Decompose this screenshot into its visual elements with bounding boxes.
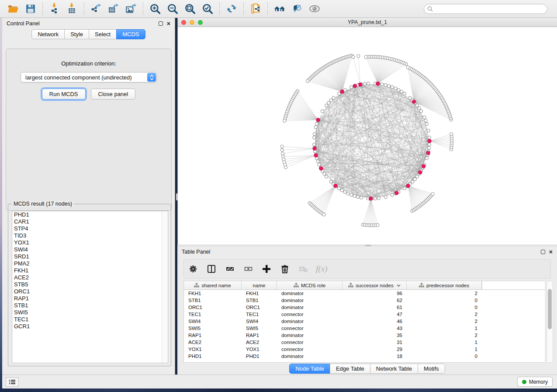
zoom-out-icon[interactable] [165, 2, 180, 15]
result-list-scrollbar[interactable] [162, 212, 167, 363]
graph-node[interactable] [315, 122, 318, 125]
graph-node[interactable] [340, 189, 343, 192]
graph-hub-node[interactable] [422, 165, 426, 168]
graph-hub-node[interactable] [359, 83, 362, 86]
import-table-icon[interactable] [65, 2, 80, 15]
table-close-panel-icon[interactable]: × [549, 250, 553, 254]
run-mcds-button[interactable]: Run MCDS [42, 89, 86, 100]
graph-hub-node[interactable] [395, 191, 398, 195]
graph-node[interactable] [384, 196, 387, 199]
graph-node[interactable] [384, 83, 387, 86]
table-row[interactable]: ORC1ORC1dominator610 [184, 304, 545, 311]
column-header-MCDS-role[interactable]: MCDS role [277, 281, 343, 289]
mcds-result-item[interactable]: TID3 [12, 232, 168, 239]
mcds-result-item[interactable]: SRD1 [12, 253, 168, 260]
graph-node[interactable] [346, 192, 349, 195]
level-of-detail-icon[interactable] [307, 2, 322, 15]
mcds-result-item[interactable]: YOX1 [12, 239, 168, 246]
import-network-icon[interactable] [47, 2, 62, 15]
memory-button[interactable]: Memory [517, 377, 553, 387]
table-row[interactable]: RAP1RAP1dominator352 [184, 332, 545, 339]
graph-leaf-node[interactable] [280, 148, 284, 151]
graph-node[interactable] [397, 89, 400, 92]
save-session-icon[interactable] [23, 2, 38, 15]
graph-node[interactable] [415, 104, 419, 107]
graph-node[interactable] [343, 190, 346, 193]
graph-node[interactable] [325, 104, 328, 107]
graph-node[interactable] [391, 193, 394, 196]
tab-network-table[interactable]: Network Table [370, 364, 418, 374]
graph-node[interactable] [408, 96, 412, 100]
graph-leaf-node[interactable] [281, 152, 284, 155]
column-header-successor-nodes[interactable]: successor nodes [343, 281, 407, 289]
refresh-icon[interactable] [224, 2, 239, 15]
graph-node[interactable] [427, 146, 430, 149]
table-scrollbar[interactable] [547, 281, 553, 363]
table-row[interactable]: TEC1TEC1connector472 [184, 311, 545, 318]
graph-leaf-node[interactable] [364, 55, 367, 58]
graph-node[interactable] [391, 86, 394, 89]
graph-hub-node[interactable] [426, 151, 430, 155]
mcds-result-item[interactable]: ORC1 [12, 288, 168, 295]
column-header-predecessor-nodes[interactable]: predecessor nodes [407, 281, 482, 289]
graph-node[interactable] [337, 187, 340, 190]
graph-node[interactable] [314, 126, 317, 129]
graph-node[interactable] [403, 92, 406, 95]
zoom-fit-icon[interactable] [183, 2, 197, 15]
graph-leaf-node[interactable] [352, 55, 355, 58]
graph-node[interactable] [424, 119, 427, 122]
mcds-result-item[interactable]: SWI4 [12, 246, 168, 253]
tab-style[interactable]: Style [64, 29, 89, 39]
graph-leaf-node[interactable] [322, 213, 325, 216]
close-panel-icon[interactable]: × [167, 21, 170, 26]
export-image-icon[interactable] [124, 2, 138, 15]
table-row[interactable]: YOX1YOX1connector291 [184, 346, 545, 353]
graph-node[interactable] [413, 178, 416, 181]
table-row[interactable]: SWI4SWI4dominator462 [184, 318, 545, 325]
zoom-in-icon[interactable] [148, 2, 163, 15]
deselect-all-icon[interactable] [242, 263, 254, 275]
table-row[interactable]: PHD1PHD1dominator180 [184, 353, 545, 360]
mcds-result-list[interactable]: PHD1CAR1STP4TID3YOX1SWI4SRD1PMA2FKH1ACE2… [12, 211, 168, 363]
graph-node[interactable] [360, 196, 363, 199]
graph-node[interactable] [400, 90, 403, 93]
table-row[interactable]: STB1STB1dominator620 [184, 297, 545, 304]
tab-network[interactable]: Network [31, 29, 65, 39]
graph-node[interactable] [374, 197, 377, 200]
graph-hub-node[interactable] [376, 82, 380, 86]
graph-hub-node[interactable] [419, 171, 422, 174]
zoom-selected-icon[interactable] [200, 2, 215, 15]
network-window-titlebar[interactable]: YPA_prune.txt_1 [178, 18, 557, 27]
optimization-criterion-select[interactable]: largest connected component (undirected) [21, 72, 157, 83]
table-row[interactable]: SWI5SWI5connector431 [184, 325, 545, 332]
tab-mcds[interactable]: MCDS [116, 29, 145, 39]
graph-node[interactable] [353, 194, 356, 197]
mcds-result-item[interactable]: PMA2 [12, 260, 168, 267]
export-network-icon[interactable] [89, 2, 104, 15]
graph-hub-node[interactable] [313, 147, 316, 150]
graph-leaf-node[interactable] [431, 193, 434, 196]
graph-leaf-node[interactable] [357, 55, 360, 58]
graph-hub-node[interactable] [314, 154, 318, 157]
graph-node[interactable] [428, 143, 431, 146]
graph-hub-node[interactable] [428, 139, 431, 143]
mcds-result-item[interactable]: FKH1 [12, 267, 168, 274]
mcds-result-item[interactable]: PHD1 [12, 211, 168, 218]
mcds-result-item[interactable]: TEC1 [12, 316, 168, 323]
graph-leaf-node[interactable] [450, 133, 453, 136]
graphics-details-icon[interactable] [290, 2, 304, 15]
graph-node[interactable] [428, 136, 431, 139]
graph-hub-node[interactable] [319, 167, 323, 170]
graph-hub-node[interactable] [334, 184, 337, 188]
graph-hub-node[interactable] [316, 118, 320, 122]
table-row[interactable]: ACE2ACE2connector311 [184, 339, 545, 346]
graph-node[interactable] [337, 92, 340, 95]
graph-leaf-node[interactable] [284, 166, 287, 169]
graph-node[interactable] [394, 87, 397, 90]
graph-leaf-node[interactable] [280, 145, 284, 148]
graph-node[interactable] [313, 143, 316, 146]
open-file-icon[interactable] [6, 2, 21, 15]
graph-node[interactable] [411, 180, 414, 183]
graph-node[interactable] [329, 180, 332, 183]
table-float-panel-icon[interactable] [541, 250, 545, 254]
